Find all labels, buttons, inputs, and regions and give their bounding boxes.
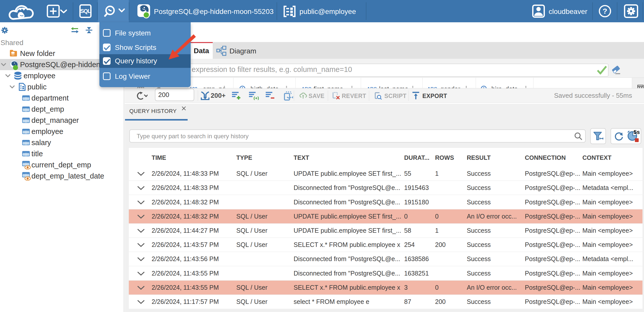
svg-text:5s: 5s: [634, 130, 640, 135]
svg-text:SQL: SQL: [80, 8, 91, 14]
svg-text:?: ?: [603, 7, 607, 15]
svg-text:(+): (+): [254, 96, 259, 100]
